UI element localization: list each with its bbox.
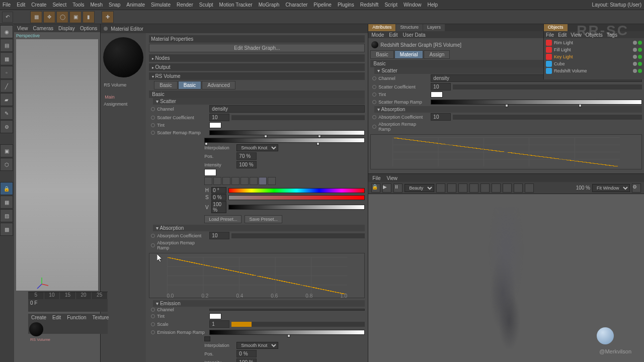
link-main[interactable]: Main [105,95,142,100]
tint-swatch[interactable] [209,122,221,128]
interp-select[interactable]: Smooth Knot [236,144,278,151]
cm-icon-7[interactable] [259,177,267,185]
rv-view[interactable]: View [386,175,397,181]
tool-scale[interactable]: ▣ [69,11,82,23]
attr-scatter-ramp[interactable] [431,100,642,105]
rv-stop-icon[interactable]: ⏸ [393,184,403,193]
rv-btn-3[interactable] [458,184,467,193]
vp-options[interactable]: Options [80,26,97,31]
mm-texture[interactable]: Texture [93,315,109,320]
attr-abs-coeff-val[interactable]: 10 [431,113,451,121]
em-pos-input[interactable]: 0 % [236,350,257,357]
attr-tab-material[interactable]: Material [394,50,424,59]
abs-coeff-slider[interactable] [231,233,365,238]
tool-move[interactable]: ✥ [43,11,55,23]
menu-render[interactable]: Render [177,2,193,8]
rv-lock-icon[interactable]: 🔒 [371,184,380,193]
cm-icon-8[interactable] [268,177,276,185]
tab-basic-2[interactable]: Basic [178,81,201,89]
scatter-ramp-detail[interactable] [204,138,365,143]
attr-mode[interactable]: Mode [371,32,384,38]
absorption-graph[interactable]: 0.00.20.40.60.81.0 [149,253,365,298]
tab-basic-1[interactable]: Basic [154,81,177,89]
sat-slider[interactable] [228,195,365,200]
absorption-header[interactable]: ▾ Absorption [153,225,365,231]
save-preset-button[interactable]: Save Preset... [245,215,282,223]
cm-icon-1[interactable] [204,177,212,185]
menu-tools[interactable]: Tools [72,2,84,8]
attr-absorption-graph[interactable] [370,134,642,169]
viewport[interactable]: View Cameras Display Options Perspective… [14,24,101,362]
tab-layers[interactable]: Layers [423,24,445,31]
tool-point[interactable]: ▫ [0,66,13,79]
tool-texture[interactable]: ▤ [0,39,13,52]
rv-btn-9[interactable] [525,184,534,193]
menu-redshift[interactable]: Redshift [360,2,379,8]
link-assignment[interactable]: Assignment [104,102,143,107]
objects-tab[interactable]: Objects [544,24,568,31]
tool-misc2[interactable]: ▨ [0,209,13,222]
rv-btn-7[interactable] [503,184,512,193]
em-channel-input[interactable] [209,309,365,311]
cm-icon-2[interactable] [213,177,221,185]
menu-character[interactable]: Character [285,2,307,8]
em-ramp-handle[interactable] [204,336,210,341]
tool-live-select[interactable]: ▦ [30,11,42,23]
attr-coeff-val[interactable]: 10 [431,83,451,90]
material-preview-sphere[interactable] [103,37,143,77]
menu-script[interactable]: Script [384,2,397,8]
menu-create[interactable]: Create [31,2,46,8]
attr-absorption-header[interactable]: ▾ Absorption [374,106,642,113]
ramp-color-swatch[interactable] [204,169,216,176]
emission-header[interactable]: ▾ Emission [153,300,365,307]
val-slider[interactable] [228,205,365,210]
menu-sculpt[interactable]: Sculpt [199,2,213,8]
tool-enable[interactable]: ▣ [0,144,13,157]
material-swatch[interactable] [29,322,43,336]
tab-advanced[interactable]: Advanced [202,81,235,89]
hue-slider[interactable] [228,188,365,193]
rv-zoom[interactable]: 100 % [576,185,590,191]
nodes-section[interactable]: Nodes [149,54,365,62]
tool-misc3[interactable]: ▩ [0,223,13,236]
object-item-rim-light[interactable]: Rim Light [545,39,643,46]
tool-poly[interactable]: ▰ [0,93,13,106]
h-input[interactable]: 0 ° [211,187,226,194]
rv-mode-select[interactable]: Beauty [405,184,434,192]
menu-mesh[interactable]: Mesh [91,2,103,8]
mm-create[interactable]: Create [31,315,46,320]
intensity-input[interactable]: 100 % [236,161,257,168]
menu-file[interactable]: File [3,2,11,8]
rv-btn-6[interactable] [492,184,501,193]
em-scale-slider[interactable] [231,322,365,327]
tool-edge[interactable]: ╱ [0,79,13,93]
menu-select[interactable]: Select [52,2,66,8]
tool-misc1[interactable]: ▦ [0,196,13,209]
obj-edit[interactable]: Edit [558,32,567,38]
menu-window[interactable]: Window [404,2,422,8]
tool-model[interactable]: ◉ [0,25,13,38]
tool-snap-tool[interactable]: ⬡ [0,158,13,171]
mm-function[interactable]: Function [67,315,86,320]
object-item-redshift-volume[interactable]: Redshift Volume [545,67,643,74]
mm-edit[interactable]: Edit [52,315,61,320]
tool-rotate[interactable]: ◯ [56,11,68,23]
cm-icon-5[interactable] [240,177,249,185]
menu-edit[interactable]: Edit [17,2,25,8]
rsvolume-section[interactable]: RS Volume [149,72,365,80]
tool-workplane[interactable]: ▦ [0,52,13,65]
em-tint-swatch[interactable] [209,313,221,319]
rv-btn-5[interactable] [480,184,490,193]
vp-cameras[interactable]: Cameras [33,26,54,31]
menu-mograph[interactable]: MoGraph [259,2,280,8]
attr-tab-basic[interactable]: Basic [370,50,393,59]
rv-fit-select[interactable]: Fit Window [592,184,630,192]
output-section[interactable]: Output [149,63,365,71]
em-ramp[interactable] [209,330,365,335]
vp-display[interactable]: Display [58,26,75,31]
menu-pipeline[interactable]: Pipeline [313,2,332,8]
tab-attributes[interactable]: Attributes [368,24,395,31]
em-scale-input[interactable]: 1 [209,320,229,328]
object-item-key-light[interactable]: Key Light [545,53,643,60]
v-input[interactable]: 100 % [211,201,226,213]
